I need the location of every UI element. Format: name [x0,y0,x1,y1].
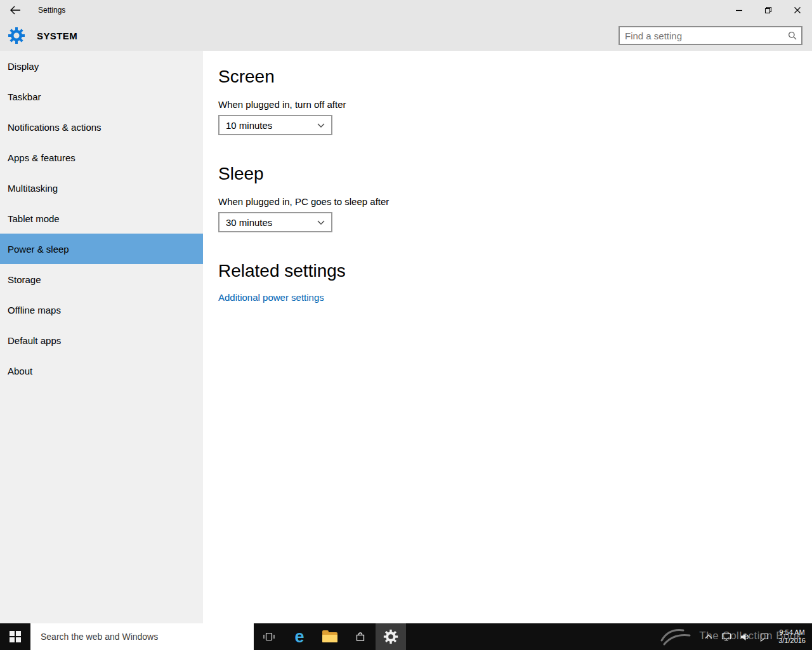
sidebar-item-tablet-mode[interactable]: Tablet mode [0,203,203,234]
sidebar: Display Taskbar Notifications & actions … [0,51,203,623]
chevron-up-icon [705,634,712,639]
action-center-button[interactable] [759,632,769,642]
search-icon [788,31,797,40]
additional-power-settings-link[interactable]: Additional power settings [218,292,324,303]
main-content: Screen When plugged in, turn off after 1… [203,51,812,623]
screen-heading: Screen [218,66,812,88]
windows-logo-icon [10,631,21,642]
speaker-icon [740,633,750,641]
task-view-icon [262,632,276,642]
clock-time: 9:54 AM [779,628,804,636]
sidebar-item-storage[interactable]: Storage [0,264,203,295]
back-arrow-icon [10,6,21,15]
network-icon [721,632,731,641]
page-title: SYSTEM [37,30,77,41]
sleep-timeout-dropdown[interactable]: 30 minutes [218,212,332,232]
sidebar-item-offline-maps[interactable]: Offline maps [0,295,203,325]
volume-tray-button[interactable] [740,633,750,641]
chevron-down-icon [317,123,325,128]
minimize-icon [735,6,743,14]
sidebar-item-display[interactable]: Display [0,51,203,81]
clock-date: 3/1/2016 [778,637,806,644]
chevron-down-icon [317,220,325,225]
sleep-timeout-value: 30 minutes [226,217,272,228]
close-button[interactable] [783,0,812,20]
screen-timeout-label: When plugged in, turn off after [218,99,812,110]
restore-icon [764,6,772,14]
file-explorer-icon [322,631,337,642]
store-bag-icon [355,631,366,642]
sidebar-item-power-sleep[interactable]: Power & sleep [0,234,203,264]
edge-button[interactable]: e [284,623,315,650]
sleep-heading: Sleep [218,163,812,185]
taskbar-search-box[interactable] [30,623,254,650]
maximize-restore-button[interactable] [754,0,783,20]
find-setting-searchbox[interactable] [619,26,802,45]
show-hidden-icons-button[interactable] [705,634,712,639]
action-center-icon [759,632,769,642]
taskbar-search-input[interactable] [30,623,254,650]
screen-timeout-value: 10 minutes [226,120,272,131]
settings-gear-icon [383,629,398,644]
close-icon [794,6,801,14]
system-tray: 9:54 AM 3/1/2016 [705,623,812,650]
settings-taskbar-button[interactable] [376,623,406,650]
sidebar-item-taskbar[interactable]: Taskbar [0,81,203,112]
store-button[interactable] [345,623,376,650]
sidebar-item-about[interactable]: About [0,355,203,386]
sidebar-item-apps-features[interactable]: Apps & features [0,142,203,173]
sidebar-item-multitasking[interactable]: Multitasking [0,173,203,203]
sidebar-item-notifications-actions[interactable]: Notifications & actions [0,112,203,142]
network-tray-button[interactable] [721,632,731,641]
file-explorer-button[interactable] [315,623,345,650]
sleep-timeout-label: When plugged in, PC goes to sleep after [218,196,812,207]
task-view-button[interactable] [254,623,284,650]
related-settings-heading: Related settings [218,260,812,282]
back-button[interactable] [0,0,30,20]
sidebar-item-default-apps[interactable]: Default apps [0,325,203,355]
start-button[interactable] [0,623,30,650]
window-title: Settings [38,0,65,20]
minimize-button[interactable] [724,0,754,20]
clock[interactable]: 9:54 AM 3/1/2016 [778,628,806,645]
edge-icon: e [294,628,304,646]
window-controls [724,0,812,20]
app-header: SYSTEM [0,20,812,51]
system-gear-icon [8,27,25,44]
taskbar: e [0,623,812,650]
find-setting-input[interactable] [620,30,788,41]
titlebar: Settings [0,0,812,20]
screen-timeout-dropdown[interactable]: 10 minutes [218,115,332,135]
